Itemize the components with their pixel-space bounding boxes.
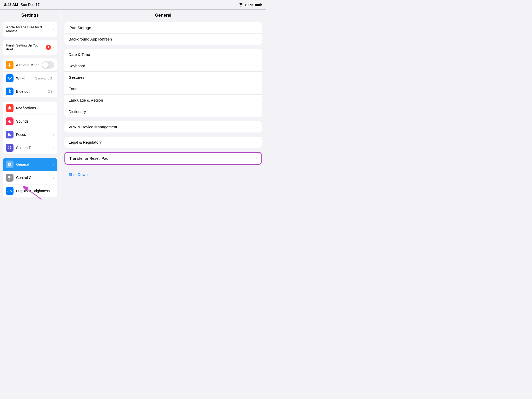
gear-icon <box>7 162 12 167</box>
svg-rect-5 <box>9 177 10 178</box>
sidebar-item-display-brightness[interactable]: AA Display & Brightness › <box>3 184 57 197</box>
content-item-fonts[interactable]: Fonts › <box>64 83 262 95</box>
bluetooth-value: Off <box>48 90 52 94</box>
gestures-label: Gestures <box>69 75 256 79</box>
sidebar-item-sounds[interactable]: Sounds › <box>3 115 57 128</box>
language-region-chevron: › <box>256 98 258 102</box>
content-panel: General iPad Storage › Background App Re… <box>60 10 266 200</box>
screen-time-chevron: › <box>53 146 54 150</box>
sidebar-title: Settings <box>0 10 60 20</box>
content-item-dictionary[interactable]: Dictionary › <box>64 106 262 117</box>
finish-card-text: Finish Setting Up Your iPad <box>6 43 44 51</box>
display-brightness-label: Display & Brightness <box>16 189 53 193</box>
main-layout: Settings Apple Arcade Free for 3 Months … <box>0 9 266 200</box>
content-item-vpn[interactable]: VPN & Device Management › <box>64 121 262 132</box>
keyboard-chevron: › <box>256 64 258 68</box>
control-center-chevron: › <box>53 176 54 180</box>
sidebar-item-screen-time[interactable]: Screen Time › <box>3 141 57 154</box>
finish-setup-card[interactable]: Finish Setting Up Your iPad 1 › <box>3 40 57 55</box>
shut-down-label: Shut Down <box>69 172 88 177</box>
moon-icon <box>7 132 12 137</box>
language-region-label: Language & Region <box>69 98 256 102</box>
sidebar-item-focus[interactable]: Focus › <box>3 128 57 141</box>
airplane-mode-toggle[interactable] <box>42 61 54 69</box>
content-group-vpn: VPN & Device Management › <box>64 121 262 132</box>
content-item-ipad-storage[interactable]: iPad Storage › <box>64 22 262 34</box>
content-item-language-region[interactable]: Language & Region › <box>64 95 262 106</box>
vpn-label: VPN & Device Management <box>69 125 256 129</box>
toggle-knob <box>42 62 49 68</box>
svg-rect-2 <box>8 177 9 178</box>
sounds-chevron: › <box>53 119 54 123</box>
svg-rect-9 <box>11 179 11 179</box>
sidebar: Settings Apple Arcade Free for 3 Months … <box>0 10 60 200</box>
focus-chevron: › <box>53 133 54 137</box>
notifications-group: Notifications › Sounds › <box>3 102 57 154</box>
content-item-transfer-reset[interactable]: Transfer or Reset iPad › <box>65 153 261 164</box>
focus-icon-wrap <box>6 131 14 138</box>
svg-rect-1 <box>8 176 9 177</box>
general-icon-wrap <box>6 161 14 168</box>
wifi-label: Wi-Fi <box>16 76 35 80</box>
bluetooth-icon-wrap <box>6 88 14 95</box>
sidebar-item-wifi[interactable]: Wi-Fi Sarayu_5G › <box>3 72 57 85</box>
notifications-label: Notifications <box>16 106 53 110</box>
bell-icon <box>7 106 12 110</box>
wifi-setting-icon <box>7 76 12 80</box>
legal-label: Legal & Regulatory <box>69 140 256 144</box>
keyboard-label: Keyboard <box>69 64 256 68</box>
dictionary-label: Dictionary <box>69 109 256 114</box>
vpn-chevron: › <box>256 125 258 129</box>
airplane-icon <box>7 63 12 67</box>
finish-card-left: Finish Setting Up Your iPad 1 <box>6 43 51 51</box>
svg-point-0 <box>9 79 10 80</box>
notifications-chevron: › <box>53 106 54 110</box>
screen-time-icon-wrap <box>6 144 14 152</box>
status-date: Sun Dec 17 <box>21 3 39 7</box>
content-item-date-time[interactable]: Date & Time › <box>64 49 262 60</box>
sidebar-item-general[interactable]: General › <box>3 158 57 171</box>
date-time-label: Date & Time <box>69 52 256 57</box>
content-item-background-refresh[interactable]: Background App Refresh › <box>64 34 262 45</box>
airplane-mode-label: Airplane Mode <box>16 63 42 67</box>
hourglass-icon <box>7 145 12 150</box>
promo-card[interactable]: Apple Arcade Free for 3 Months › <box>3 22 57 37</box>
background-refresh-label: Background App Refresh <box>69 37 256 41</box>
content-item-legal[interactable]: Legal & Regulatory › <box>64 137 262 148</box>
sidebar-item-notifications[interactable]: Notifications › <box>3 102 57 115</box>
ipad-storage-label: iPad Storage <box>69 25 256 30</box>
content-item-gestures[interactable]: Gestures › <box>64 72 262 83</box>
status-bar: 8:43 AM Sun Dec 17 100% <box>0 0 266 9</box>
svg-rect-6 <box>11 176 11 177</box>
promo-card-chevron: › <box>52 27 54 31</box>
sounds-label: Sounds <box>16 119 53 123</box>
content-item-keyboard[interactable]: Keyboard › <box>64 60 262 72</box>
sidebar-item-bluetooth[interactable]: Bluetooth Off › <box>3 85 57 97</box>
transfer-reset-label: Transfer or Reset iPad <box>69 156 256 161</box>
bluetooth-icon <box>8 89 12 94</box>
wifi-icon <box>238 3 243 6</box>
display-brightness-chevron: › <box>53 189 54 193</box>
date-time-chevron: › <box>256 52 258 57</box>
shut-down-button[interactable]: Shut Down <box>64 169 262 180</box>
bluetooth-chevron: › <box>53 90 54 94</box>
dictionary-chevron: › <box>256 109 258 114</box>
notifications-icon-wrap <box>6 104 14 112</box>
general-chevron: › <box>53 163 54 167</box>
wifi-chevron: › <box>53 76 54 80</box>
finish-card-chevron: › <box>52 45 54 49</box>
general-group: General › <box>3 158 57 197</box>
gestures-chevron: › <box>256 75 258 79</box>
fonts-chevron: › <box>256 87 258 91</box>
airplane-mode-icon-wrap <box>6 61 14 69</box>
background-refresh-chevron: › <box>256 37 258 41</box>
sidebar-item-control-center[interactable]: Control Center › <box>3 171 57 184</box>
general-label: General <box>16 162 53 167</box>
sidebar-item-airplane-mode[interactable]: Airplane Mode <box>3 58 57 72</box>
battery-percentage: 100% <box>245 3 253 7</box>
sound-icon <box>7 119 12 124</box>
sliders-icon <box>7 175 12 180</box>
ipad-storage-chevron: › <box>256 25 258 30</box>
aa-text: AA <box>7 189 12 193</box>
transfer-reset-chevron: › <box>256 156 257 161</box>
